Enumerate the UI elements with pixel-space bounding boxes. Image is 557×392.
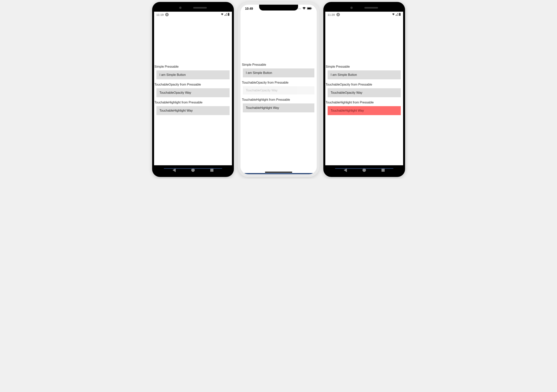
android-phone-2: 11:20 Λ Simple Pressable I am Simple But… (323, 2, 405, 177)
camera-dot-icon (179, 7, 181, 9)
bottom-accent-line (243, 173, 314, 174)
svg-rect-3 (307, 8, 311, 9)
svg-rect-1 (228, 13, 229, 16)
recent-apps-icon[interactable] (210, 168, 213, 172)
section-label-simple: Simple Pressable (154, 64, 232, 70)
section-label-highlight: TouchableHighlight from Pressable (325, 100, 403, 106)
phone-hardware-top (154, 4, 232, 12)
battery-icon (307, 7, 312, 10)
home-icon[interactable] (191, 168, 195, 172)
section-label-opacity: TouchableOpacity from Pressable (240, 80, 317, 86)
section-label-opacity: TouchableOpacity from Pressable (154, 82, 232, 88)
android-phone-1: 11:19 Λ Simple Pressable I am Simple But… (152, 2, 234, 177)
status-bar: 11:19 Λ (154, 12, 232, 17)
speaker-icon (193, 7, 207, 8)
svg-rect-4 (311, 8, 312, 9)
wifi-icon (302, 7, 306, 10)
touchable-opacity-button[interactable]: TouchableOpacity Way (156, 88, 229, 97)
touchable-highlight-button[interactable]: TouchableHighlight Way (243, 104, 314, 112)
status-bar: 11:20 Λ (325, 12, 403, 17)
speaker-icon (364, 7, 378, 8)
simple-pressable-button[interactable]: I am Simple Button (156, 70, 229, 79)
signal-icon (224, 13, 227, 16)
section-label-simple: Simple Pressable (325, 64, 403, 70)
section-label-highlight: TouchableHighlight from Pressable (240, 97, 317, 104)
home-icon[interactable] (362, 168, 366, 172)
phone-hardware-top (325, 4, 403, 12)
wifi-icon (221, 13, 224, 16)
app-content: Simple Pressable I am Simple Button Touc… (154, 17, 232, 115)
back-icon[interactable] (172, 168, 176, 172)
svg-rect-5 (399, 13, 400, 13)
touchable-highlight-button[interactable]: TouchableHighlight Way (156, 106, 229, 115)
camera-dot-icon (350, 7, 353, 9)
expo-icon: Λ (165, 13, 169, 16)
touchable-opacity-button[interactable]: TouchableOpacity Way (328, 88, 401, 97)
battery-icon (228, 13, 229, 16)
android-nav-bar (154, 166, 232, 174)
status-time: 10:49 (245, 7, 253, 10)
battery-icon (399, 13, 401, 16)
svg-rect-0 (228, 13, 229, 13)
back-icon[interactable] (344, 168, 347, 172)
bottom-accent-line (335, 168, 393, 169)
screen: 11:20 Λ Simple Pressable I am Simple But… (325, 12, 403, 165)
recent-apps-icon[interactable] (382, 168, 385, 172)
simple-pressable-button[interactable]: I am Simple Button (243, 68, 314, 77)
expo-icon: Λ (336, 13, 340, 16)
android-nav-bar (325, 166, 403, 174)
section-label-simple: Simple Pressable (240, 62, 317, 68)
touchable-opacity-button[interactable]: TouchableOpacity Way (243, 86, 314, 95)
screen: 11:19 Λ Simple Pressable I am Simple But… (154, 12, 232, 165)
svg-rect-6 (399, 13, 401, 16)
home-indicator[interactable] (265, 172, 292, 173)
section-label-highlight: TouchableHighlight from Pressable (154, 100, 232, 106)
app-content: Simple Pressable I am Simple Button Touc… (325, 17, 403, 115)
signal-icon (395, 13, 398, 16)
app-content: Simple Pressable I am Simple Button Touc… (240, 12, 317, 112)
wifi-icon (392, 13, 395, 16)
ios-phone: 10:49 •••• Simple Pressable I am Simple … (238, 2, 319, 177)
bottom-accent-line (164, 168, 222, 169)
touchable-highlight-button[interactable]: TouchableHighlight Way (328, 106, 401, 115)
status-time: 11:19 (156, 13, 164, 16)
section-label-opacity: TouchableOpacity from Pressable (325, 82, 403, 88)
screen: 10:49 •••• Simple Pressable I am Simple … (240, 5, 317, 174)
simple-pressable-button[interactable]: I am Simple Button (328, 70, 401, 79)
status-time: 11:20 (328, 13, 335, 16)
cellular-dots-icon: •••• (297, 8, 301, 10)
notch (259, 5, 298, 10)
